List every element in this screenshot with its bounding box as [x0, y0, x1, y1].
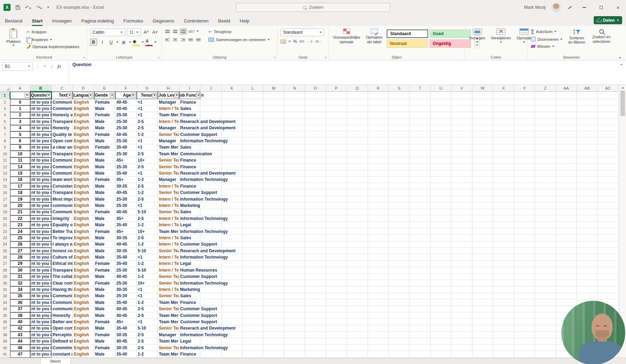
cell-D27[interactable]: English — [73, 261, 94, 267]
cell-X13[interactable] — [493, 170, 514, 176]
cell-P12[interactable] — [326, 164, 347, 170]
cell-Z26[interactable] — [535, 254, 556, 260]
cell-T24[interactable] — [409, 241, 430, 248]
cell-Q18[interactable] — [347, 202, 368, 209]
cell-V35[interactable] — [451, 312, 472, 319]
cell-Y21[interactable] — [514, 222, 535, 228]
cell-M14[interactable] — [263, 177, 284, 183]
cell-R15[interactable] — [368, 183, 389, 189]
cell-AB30[interactable] — [577, 280, 598, 286]
row-header-26[interactable]: 26 — [0, 254, 10, 260]
cell-E14[interactable]: Female — [94, 177, 116, 183]
cell-AB13[interactable] — [577, 170, 598, 176]
cell-E13[interactable]: Male — [94, 170, 116, 176]
cell-N10[interactable] — [284, 151, 305, 157]
cell-AA16[interactable] — [556, 189, 577, 196]
dialog-launcher-icon[interactable]: ↘ — [83, 56, 85, 59]
cell-AB17[interactable] — [577, 196, 598, 202]
cell-E4[interactable]: Female — [94, 112, 116, 118]
cell-T26[interactable] — [409, 254, 430, 260]
cell-B25[interactable]: nt to you in — [30, 248, 52, 254]
cancel-entry-icon[interactable]: × — [42, 62, 47, 71]
cell-A15[interactable]: 17 — [10, 183, 30, 189]
cell-U24[interactable] — [431, 241, 451, 248]
cell-E21[interactable]: Male — [94, 222, 116, 228]
cell-U9[interactable] — [431, 144, 451, 151]
cell-O31[interactable] — [305, 286, 326, 293]
filter-header-Y[interactable] — [514, 92, 535, 99]
cell-AB6[interactable] — [577, 125, 598, 131]
cell-X32[interactable] — [493, 293, 514, 299]
cell-A6[interactable]: 4 — [10, 125, 30, 131]
cell-T35[interactable] — [409, 312, 430, 319]
filter-header-AA[interactable] — [556, 92, 577, 99]
column-header-E[interactable]: E — [94, 85, 116, 92]
cell-O40[interactable] — [305, 345, 326, 351]
cell-N15[interactable] — [284, 183, 305, 189]
row-header-11[interactable]: 11 — [0, 157, 10, 164]
cell-T2[interactable] — [409, 99, 430, 105]
cell-B23[interactable]: nt to you in — [30, 235, 52, 241]
cell-H4[interactable]: Team Mer — [158, 112, 179, 118]
cell-X30[interactable] — [493, 280, 514, 286]
cell-D37[interactable]: English — [73, 325, 94, 332]
cell-Y11[interactable] — [514, 157, 535, 164]
cell-AA12[interactable] — [556, 164, 577, 170]
cell-A5[interactable]: 3 — [10, 118, 30, 125]
cell-Y28[interactable] — [514, 267, 535, 273]
cell-Z9[interactable] — [535, 144, 556, 151]
cell-V10[interactable] — [451, 151, 472, 157]
cell-G38[interactable]: 2-5 — [137, 332, 158, 338]
cell-J32[interactable] — [200, 293, 222, 299]
find-select-button[interactable]: Zoeken en selecteren — [590, 29, 613, 44]
cell-P17[interactable] — [326, 196, 347, 202]
cell-R31[interactable] — [368, 286, 389, 293]
cell-Z4[interactable] — [535, 112, 556, 118]
cell-Y23[interactable] — [514, 235, 535, 241]
cell-B24[interactable]: nt to you in — [30, 241, 52, 248]
cell-AC30[interactable] — [598, 280, 618, 286]
percent-style-button[interactable]: % — [293, 39, 297, 44]
increase-decimal-button[interactable]: ←.0 — [307, 40, 312, 43]
cell-B14[interactable]: nt to you in — [30, 177, 52, 183]
cell-K3[interactable] — [222, 105, 243, 112]
cell-AC8[interactable] — [598, 138, 618, 144]
row-header-5[interactable]: 5 — [0, 118, 10, 125]
cell-M7[interactable] — [263, 131, 284, 138]
cell-N5[interactable] — [284, 118, 305, 125]
cell-AB16[interactable] — [577, 189, 598, 196]
cell-E12[interactable]: Male — [94, 164, 116, 170]
cell-E35[interactable]: Male — [94, 312, 116, 319]
cell-G27[interactable]: 1-2 — [137, 261, 158, 267]
cell-AA30[interactable] — [556, 280, 577, 286]
cell-P36[interactable] — [326, 319, 347, 325]
cell-Y31[interactable] — [514, 286, 535, 293]
cell-G14[interactable]: 1-2 — [137, 177, 158, 183]
cell-R20[interactable] — [368, 215, 389, 222]
cell-A11[interactable]: 11 — [10, 157, 30, 164]
underline-button[interactable]: U — [108, 39, 115, 46]
cell-W11[interactable] — [472, 157, 493, 164]
cell-AC20[interactable] — [598, 215, 618, 222]
cell-V34[interactable] — [451, 306, 472, 312]
cell-L23[interactable] — [243, 235, 263, 241]
cell-X28[interactable] — [493, 267, 514, 273]
cell-H37[interactable]: Senior Tea — [158, 325, 179, 332]
cell-O5[interactable] — [305, 118, 326, 125]
cell-N11[interactable] — [284, 157, 305, 164]
cell-AA7[interactable] — [556, 131, 577, 138]
cell-P29[interactable] — [326, 274, 347, 280]
cell-C16[interactable]: Transpare — [52, 189, 73, 196]
ribbon-tab-bestand[interactable]: Bestand — [5, 18, 22, 25]
cell-K36[interactable] — [222, 319, 243, 325]
cell-Q21[interactable] — [347, 222, 368, 228]
cell-I22[interactable]: Information Technology — [179, 228, 201, 235]
cell-AB19[interactable] — [577, 209, 598, 215]
ribbon-tab-gegevens[interactable]: Gegevens — [153, 18, 174, 25]
cell-AB23[interactable] — [577, 235, 598, 241]
cell-N28[interactable] — [284, 267, 305, 273]
conditional-formatting-button[interactable]: Voorwaardelijke opmaak — [331, 28, 362, 44]
font-name-select[interactable]: Calibri — [90, 28, 125, 36]
cell-F27[interactable]: 35-40 — [115, 261, 137, 267]
cell-V37[interactable] — [451, 325, 472, 332]
